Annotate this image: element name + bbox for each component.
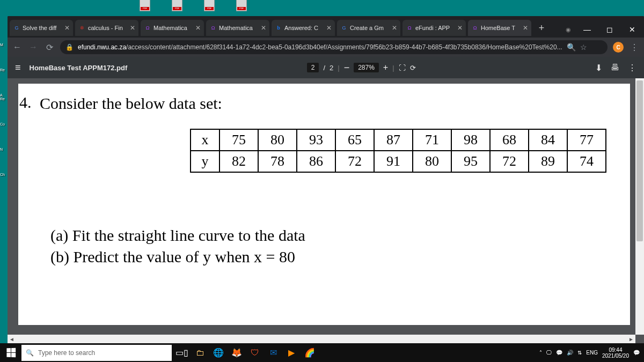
close-icon[interactable]: ✕: [261, 24, 266, 32]
vertical-scrollbar[interactable]: [635, 78, 644, 335]
site-icon: Ω: [209, 24, 217, 32]
page-separator: /: [323, 64, 325, 72]
brave-icon[interactable]: 🛡: [248, 346, 262, 360]
desktop-icon-row: [0, 0, 644, 11]
data-table: x 75809365877198688477 y 827886729180957…: [190, 129, 606, 173]
forward-button: →: [28, 42, 39, 52]
pdf-page: 4. Consider the below data set: x 758093…: [18, 84, 630, 325]
scroll-right-icon[interactable]: ►: [627, 336, 635, 342]
table-row: x 75809365877198688477: [191, 129, 606, 151]
taskbar-pinned-apps: ▭▯ 🗀 🌐 🦊 🛡 ✉ ▶ 🌈: [175, 346, 317, 360]
tab-gmail[interactable]: GCreate a Gm✕: [337, 20, 400, 36]
site-icon: Ω: [471, 24, 479, 32]
row-label-x: x: [191, 129, 219, 151]
close-icon[interactable]: ✕: [392, 24, 397, 32]
tab-calculus[interactable]: ✲calculus - Fin✕: [75, 20, 138, 36]
table-row: y 82788672918095728974: [191, 151, 606, 172]
fit-page-icon[interactable]: ⛶: [399, 64, 406, 72]
close-icon[interactable]: ✕: [523, 24, 528, 32]
bookmark-icon[interactable]: ☆: [580, 43, 587, 51]
google-icon: G: [340, 24, 348, 32]
search-icon: 🔍: [26, 349, 34, 357]
bartleby-icon: b: [275, 24, 282, 32]
tab-homebase[interactable]: ΩHomeBase T✕: [468, 20, 531, 36]
taskbar-search[interactable]: 🔍 Type here to search: [21, 345, 172, 361]
tray-up-icon[interactable]: ˄: [539, 350, 542, 356]
mail-icon[interactable]: ✉: [266, 346, 280, 360]
page-total: 2: [330, 64, 333, 72]
account-icon[interactable]: ◉: [566, 26, 571, 33]
firefox-icon[interactable]: 🦊: [230, 346, 244, 360]
print-icon[interactable]: 🖶: [611, 63, 619, 73]
pdf-desktop-icon[interactable]: [161, 0, 193, 11]
chrome-menu-icon[interactable]: ⋮: [629, 42, 640, 53]
more-icon[interactable]: ⋮: [628, 63, 636, 73]
question-part-a: (a) Fit the straight line curve to the d…: [50, 226, 619, 245]
zoom-level[interactable]: 287%: [354, 63, 379, 72]
desktop-left-edge: MReAReCoNCh: [0, 21, 8, 343]
pdf-toolbar: ≡ HomeBase Test APPM172.pdf 2 / 2 | − 28…: [8, 57, 644, 78]
search-placeholder: Type here to search: [38, 349, 95, 357]
row-label-y: y: [191, 151, 219, 172]
tab-answered[interactable]: bAnswered: C✕: [272, 20, 335, 36]
tray-sync-icon[interactable]: ⇅: [577, 350, 582, 356]
url-bar[interactable]: 🔒 efundi.nwu.ac.za/access/content/attach…: [60, 40, 608, 54]
chrome-taskbar-icon[interactable]: 🌈: [303, 346, 317, 360]
pdf-viewport[interactable]: 4. Consider the below data set: x 758093…: [8, 78, 644, 343]
zoom-icon[interactable]: 🔍: [567, 43, 576, 51]
horizontal-scrollbar[interactable]: ◄►: [8, 335, 635, 343]
document-title: HomeBase Test APPM172.pdf: [30, 64, 128, 72]
extension-icon: ✲: [78, 24, 86, 32]
rotate-icon[interactable]: ⟳: [410, 64, 416, 72]
close-icon[interactable]: ✕: [64, 24, 70, 32]
download-icon[interactable]: ⬇: [595, 63, 602, 73]
maximize-button[interactable]: ◻: [599, 21, 620, 38]
question-number: 4.: [19, 93, 32, 112]
hamburger-icon[interactable]: ≡: [15, 62, 21, 73]
tray-volume-icon[interactable]: 🔊: [567, 350, 573, 356]
url-text: efundi.nwu.ac.za/access/content/attachme…: [78, 43, 562, 51]
site-icon: Ω: [406, 24, 413, 32]
windows-logo-icon: [6, 348, 16, 358]
windows-taskbar: 🔍 Type here to search ▭▯ 🗀 🌐 🦊 🛡 ✉ ▶ 🌈 ˄…: [0, 343, 644, 362]
chrome-window: GSolve the diff✕ ✲calculus - Fin✕ ΩMathe…: [8, 16, 644, 343]
explorer-icon[interactable]: 🗀: [193, 346, 207, 360]
tray-onedrive-icon[interactable]: 💬: [556, 350, 562, 356]
task-view-icon[interactable]: ▭▯: [175, 346, 189, 360]
chrome-title-bar: GSolve the diff✕ ✲calculus - Fin✕ ΩMathe…: [8, 16, 644, 38]
system-tray: ˄ 🖵 💬 🔊 ⇅ ENG 09:44 2021/05/20 💬: [539, 347, 644, 359]
tray-project-icon[interactable]: 🖵: [546, 350, 552, 356]
pdf-desktop-icon[interactable]: [129, 0, 161, 11]
zoom-in-button[interactable]: +: [383, 63, 388, 72]
action-center-icon[interactable]: 💬: [633, 350, 640, 356]
reload-button[interactable]: ⟳: [44, 42, 55, 53]
tab-solve[interactable]: GSolve the diff✕: [10, 20, 73, 36]
tab-mathematica-1[interactable]: ΩMathematica✕: [141, 20, 204, 36]
zoom-out-button[interactable]: −: [344, 62, 350, 73]
tab-mathematica-2[interactable]: ΩMathematica✕: [206, 20, 269, 36]
close-icon[interactable]: ✕: [457, 24, 463, 32]
tab-efundi[interactable]: ΩeFundi : APP✕: [402, 20, 466, 36]
close-icon[interactable]: ✕: [130, 24, 135, 32]
profile-avatar[interactable]: C: [613, 42, 624, 53]
back-button[interactable]: ←: [12, 42, 23, 52]
new-tab-button[interactable]: +: [535, 21, 548, 35]
window-close-button[interactable]: ✕: [621, 21, 643, 38]
close-icon[interactable]: ✕: [326, 24, 332, 32]
start-button[interactable]: [0, 348, 21, 357]
scroll-thumb[interactable]: [636, 80, 643, 241]
scroll-left-icon[interactable]: ◄: [8, 336, 16, 342]
pdf-desktop-icon[interactable]: [225, 0, 258, 11]
page-number-input[interactable]: 2: [307, 63, 319, 72]
browser-tabs: GSolve the diff✕ ✲calculus - Fin✕ ΩMathe…: [8, 18, 548, 38]
close-icon[interactable]: ✕: [195, 24, 201, 32]
edge-icon[interactable]: 🌐: [211, 346, 225, 360]
lock-icon: 🔒: [65, 43, 74, 51]
taskbar-clock[interactable]: 09:44 2021/05/20: [602, 347, 629, 359]
address-bar: ← → ⟳ 🔒 efundi.nwu.ac.za/access/content/…: [8, 38, 644, 57]
media-icon[interactable]: ▶: [284, 346, 298, 360]
minimize-button[interactable]: —: [576, 21, 598, 38]
question-title: Consider the below data set:: [40, 94, 619, 113]
tray-language[interactable]: ENG: [586, 350, 598, 356]
pdf-desktop-icon[interactable]: [193, 0, 225, 11]
